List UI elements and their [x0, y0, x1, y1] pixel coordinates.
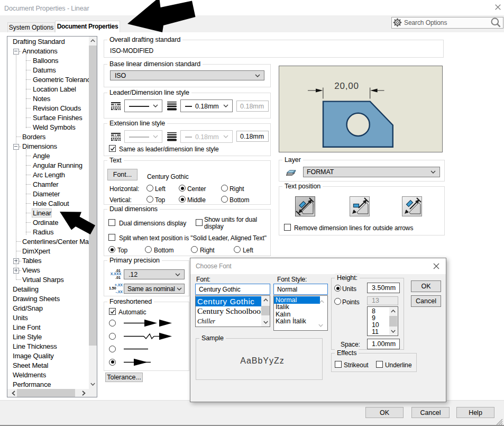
svg-text:20,00: 20,00 — [334, 81, 359, 91]
